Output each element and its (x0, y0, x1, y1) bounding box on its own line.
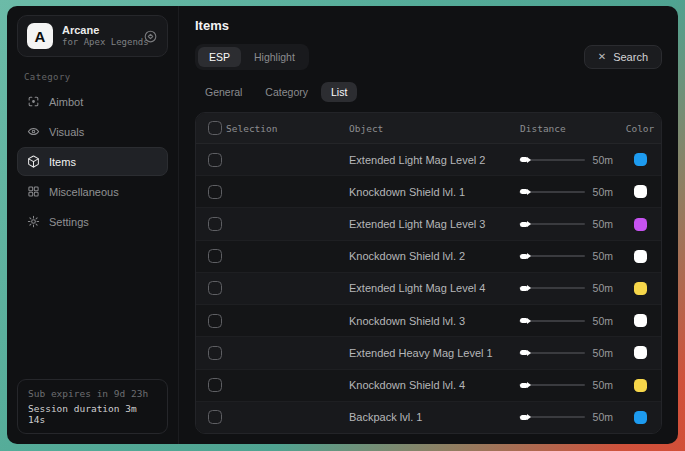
slider-handle[interactable] (520, 189, 531, 195)
object-label: Knockdown Shield lvl. 2 (349, 250, 514, 262)
tab-highlight[interactable]: Highlight (243, 47, 306, 67)
row-checkbox[interactable] (208, 410, 222, 424)
object-label: Extended Heavy Mag Level 1 (349, 347, 514, 359)
table-row: Knockdown Shield lvl. 150m (196, 175, 661, 207)
color-swatch[interactable] (634, 346, 647, 359)
main-panel: Items ESP Highlight ✕ Search General Cat… (179, 6, 678, 444)
color-swatch[interactable] (634, 314, 647, 327)
sidebar: A Arcane for Apex Legends Category Aimbo… (7, 6, 179, 444)
slider-handle[interactable] (520, 382, 531, 388)
color-swatch[interactable] (634, 379, 647, 392)
slider-handle[interactable] (520, 350, 531, 356)
row-checkbox[interactable] (208, 346, 222, 360)
sidebar-item-label: Aimbot (49, 96, 83, 108)
sidebar-item-visuals[interactable]: Visuals (17, 117, 168, 146)
object-label: Knockdown Shield lvl. 3 (349, 315, 514, 327)
distance-slider[interactable] (519, 154, 585, 166)
sidebar-item-label: Miscellaneous (49, 186, 119, 198)
search-button-icon: ✕ (598, 52, 606, 62)
search-button[interactable]: ✕ Search (584, 45, 662, 69)
sidebar-item-label: Visuals (49, 126, 84, 138)
app-logo: A (27, 23, 53, 49)
object-label: Backpack lvl. 1 (349, 411, 514, 423)
distance-value: 50m (593, 282, 613, 294)
distance-value: 50m (593, 347, 613, 359)
app-window: A Arcane for Apex Legends Category Aimbo… (7, 6, 678, 444)
distance-slider[interactable] (519, 250, 585, 262)
sub-expiry-text: Sub expires in 9d 23h (28, 388, 157, 399)
select-all-checkbox[interactable] (208, 121, 222, 135)
app-subtitle: for Apex Legends (62, 37, 134, 48)
brand-block: Arcane for Apex Legends (62, 24, 134, 49)
color-swatch[interactable] (634, 282, 647, 295)
sidebar-item-aimbot[interactable]: Aimbot (17, 87, 168, 116)
distance-value: 50m (593, 411, 613, 423)
tab-category[interactable]: Category (255, 82, 318, 102)
color-swatch[interactable] (634, 411, 647, 424)
row-checkbox[interactable] (208, 281, 222, 295)
table-row: Extended Heavy Mag Level 150m (196, 336, 661, 368)
table-row: Extended Light Mag Level 250m (196, 144, 661, 175)
session-duration-text: Session duration 3m 14s (28, 403, 157, 425)
sidebar-item-items[interactable]: Items (17, 147, 168, 176)
search-button-label: Search (613, 51, 648, 63)
object-label: Knockdown Shield lvl. 4 (349, 379, 514, 391)
distance-slider[interactable] (519, 379, 585, 391)
table-body: Extended Light Mag Level 250mKnockdown S… (196, 144, 661, 433)
distance-slider[interactable] (519, 282, 585, 294)
color-swatch[interactable] (634, 185, 647, 198)
row-checkbox[interactable] (208, 314, 222, 328)
cube-icon (27, 155, 40, 168)
distance-slider[interactable] (519, 186, 585, 198)
distance-slider[interactable] (519, 315, 585, 327)
distance-value: 50m (593, 315, 613, 327)
tab-esp[interactable]: ESP (198, 47, 241, 67)
row-checkbox[interactable] (208, 249, 222, 263)
pin-icon[interactable] (143, 28, 158, 44)
object-label: Extended Light Mag Level 2 (349, 154, 514, 166)
eye-icon (27, 125, 40, 138)
category-section-label: Category (24, 72, 168, 82)
distance-value: 50m (593, 154, 613, 166)
slider-handle[interactable] (520, 414, 531, 420)
crosshair-icon (27, 95, 40, 108)
distance-slider[interactable] (519, 218, 585, 230)
distance-slider[interactable] (519, 411, 585, 423)
color-swatch[interactable] (634, 218, 647, 231)
row-checkbox[interactable] (208, 153, 222, 167)
slider-handle[interactable] (520, 221, 531, 227)
object-label: Knockdown Shield lvl. 1 (349, 186, 514, 198)
controls-row: ESP Highlight ✕ Search (195, 44, 662, 70)
slider-handle[interactable] (520, 157, 531, 163)
table-row: Knockdown Shield lvl. 250m (196, 240, 661, 272)
row-checkbox[interactable] (208, 185, 222, 199)
slider-handle[interactable] (520, 318, 531, 324)
distance-value: 50m (593, 186, 613, 198)
sidebar-item-settings[interactable]: Settings (17, 207, 168, 236)
tab-list[interactable]: List (321, 82, 357, 102)
table-header: Selection Object Distance Color (196, 113, 661, 144)
view-tab-group: General Category List (195, 82, 662, 102)
table-row: Knockdown Shield lvl. 350m (196, 304, 661, 336)
mode-tab-group: ESP Highlight (195, 44, 309, 70)
color-swatch[interactable] (634, 153, 647, 166)
object-label: Extended Light Mag Level 4 (349, 282, 514, 294)
table-row: Extended Light Mag Level 350m (196, 207, 661, 239)
sidebar-item-label: Items (49, 156, 76, 168)
slider-handle[interactable] (520, 253, 531, 259)
tab-general[interactable]: General (195, 82, 252, 102)
sidebar-item-miscellaneous[interactable]: Miscellaneous (17, 177, 168, 206)
table-row: Backpack lvl. 150m (196, 401, 661, 433)
table-row: Extended Light Mag Level 450m (196, 272, 661, 304)
gear-icon (27, 215, 40, 228)
row-checkbox[interactable] (208, 378, 222, 392)
distance-value: 50m (593, 218, 613, 230)
distance-slider[interactable] (519, 347, 585, 359)
sidebar-nav: Aimbot Visuals Items Miscellaneous (17, 87, 168, 236)
color-swatch[interactable] (634, 250, 647, 263)
grid-icon (27, 185, 40, 198)
slider-handle[interactable] (520, 285, 531, 291)
row-checkbox[interactable] (208, 217, 222, 231)
header-object: Object (349, 123, 514, 134)
app-name: Arcane (62, 24, 134, 38)
